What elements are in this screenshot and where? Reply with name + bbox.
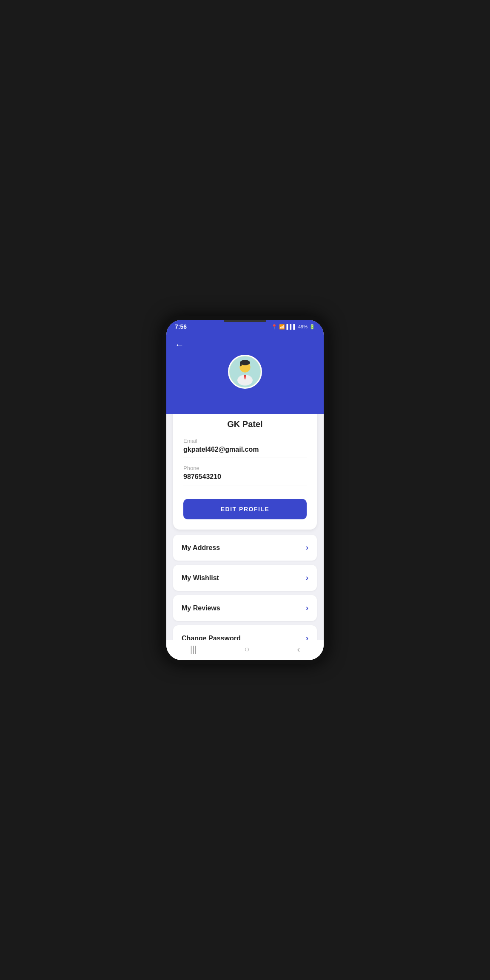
- avatar-container: [175, 355, 315, 389]
- nav-home-icon[interactable]: ○: [244, 644, 249, 654]
- header-background: ←: [166, 333, 324, 414]
- phone-screen: 7:56 📍 📶 ▌▌▌ 49% 🔋 ←: [166, 320, 324, 660]
- menu-item-password-label: Change Password: [182, 635, 241, 641]
- menu-item-address-label: My Address: [182, 544, 220, 552]
- menu-item-reviews-label: My Reviews: [182, 604, 220, 612]
- menu-item-wishlist[interactable]: My Wishlist ›: [173, 565, 317, 591]
- menu-item-address[interactable]: My Address ›: [173, 535, 317, 561]
- phone-field-group: Phone 9876543210: [183, 465, 307, 485]
- battery-icon: 🔋: [309, 324, 315, 330]
- phone-label: Phone: [183, 465, 307, 471]
- chevron-icon-address: ›: [306, 543, 308, 552]
- battery-text: 49%: [298, 324, 308, 329]
- nav-back-icon[interactable]: ‹: [297, 644, 300, 654]
- menu-item-reviews[interactable]: My Reviews ›: [173, 595, 317, 621]
- profile-name: GK Patel: [183, 419, 307, 429]
- chevron-icon-reviews: ›: [306, 604, 308, 612]
- email-label: Email: [183, 438, 307, 444]
- chevron-icon-password: ›: [306, 634, 308, 640]
- avatar: [228, 355, 262, 389]
- bottom-nav: ||| ○ ‹: [166, 640, 324, 660]
- wifi-icon: 📶: [279, 324, 285, 330]
- email-value: gkpatel462@gmail.com: [183, 446, 307, 458]
- status-time: 7:56: [175, 323, 187, 330]
- phone-value: 9876543210: [183, 473, 307, 485]
- email-field-group: Email gkpatel462@gmail.com: [183, 438, 307, 458]
- svg-rect-3: [240, 362, 242, 366]
- nav-recent-icon[interactable]: |||: [190, 644, 197, 654]
- location-icon: 📍: [271, 324, 277, 330]
- chevron-icon-wishlist: ›: [306, 573, 308, 582]
- scroll-area: GK Patel Email gkpatel462@gmail.com Phon…: [166, 394, 324, 640]
- back-button[interactable]: ←: [175, 339, 184, 350]
- edit-profile-button[interactable]: EDIT PROFILE: [183, 499, 307, 519]
- menu-item-password[interactable]: Change Password ›: [173, 625, 317, 640]
- notch: [224, 320, 266, 322]
- menu-item-wishlist-label: My Wishlist: [182, 574, 219, 582]
- signal-icon: ▌▌▌: [287, 324, 296, 329]
- status-icons: 📍 📶 ▌▌▌ 49% 🔋: [271, 324, 315, 330]
- phone-frame: 7:56 📍 📶 ▌▌▌ 49% 🔋 ←: [162, 316, 328, 664]
